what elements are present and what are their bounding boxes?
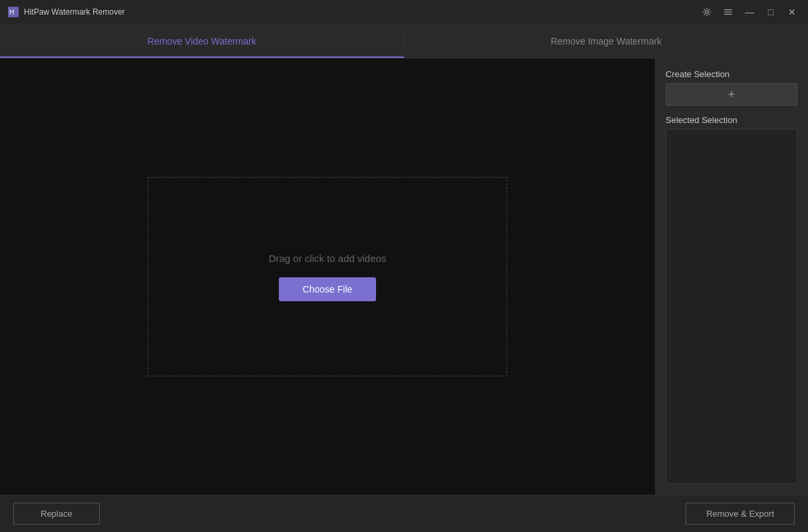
replace-button[interactable]: Replace <box>13 503 100 525</box>
create-selection-button[interactable]: + <box>666 83 797 106</box>
svg-rect-3 <box>724 9 732 10</box>
drop-zone[interactable]: Drag or click to add videos Choose File <box>148 177 507 376</box>
app-icon: H <box>8 7 19 17</box>
minimize-button[interactable]: — <box>741 4 757 20</box>
selected-selection-section: Selected Selection <box>666 115 797 484</box>
main-layout: Drag or click to add videos Choose File … <box>0 59 808 495</box>
tab-bar: Remove Video Watermark Remove Image Wate… <box>0 24 808 59</box>
drop-hint: Drag or click to add videos <box>269 253 387 264</box>
selected-selection-title: Selected Selection <box>666 115 797 125</box>
settings-icon[interactable] <box>699 4 715 20</box>
create-selection-title: Create Selection <box>666 69 797 79</box>
maximize-button[interactable]: □ <box>763 4 779 20</box>
app-title: HitPaw Watermark Remover <box>24 7 125 17</box>
right-panel: Create Selection + Selected Selection <box>655 59 808 495</box>
svg-rect-5 <box>724 14 732 15</box>
bottom-bar: Replace Remove & Export <box>0 495 808 532</box>
choose-file-button[interactable]: Choose File <box>279 277 377 301</box>
content-area: Drag or click to add videos Choose File <box>0 59 655 495</box>
close-button[interactable]: ✕ <box>784 4 800 20</box>
menu-icon[interactable] <box>720 4 736 20</box>
tab-image[interactable]: Remove Image Watermark <box>405 24 809 58</box>
create-selection-section: Create Selection + <box>666 69 797 106</box>
svg-text:H: H <box>9 9 14 16</box>
title-bar: H HitPaw Watermark Remover — □ ✕ <box>0 0 808 24</box>
title-bar-left: H HitPaw Watermark Remover <box>8 7 125 17</box>
window-controls: — □ ✕ <box>699 4 800 20</box>
tab-video[interactable]: Remove Video Watermark <box>0 24 404 58</box>
selected-selection-box <box>666 129 797 484</box>
svg-rect-4 <box>724 11 732 12</box>
svg-point-2 <box>706 11 708 13</box>
remove-export-button[interactable]: Remove & Export <box>686 503 795 525</box>
